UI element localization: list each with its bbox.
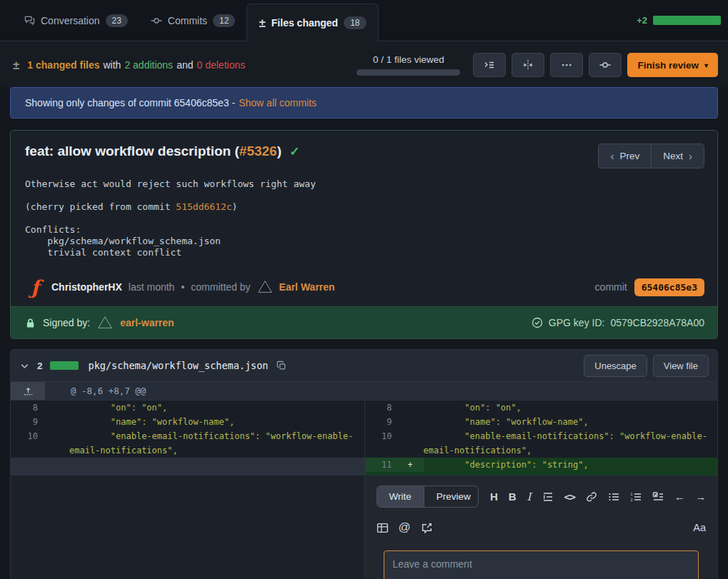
code-text: "name": "workflow-name",	[424, 415, 718, 429]
diff-line-right-9[interactable]: 9 "name": "workflow-name",	[364, 415, 718, 429]
changed-files-summary: ± 1 changed files with 2 additions and 0…	[13, 59, 245, 71]
commit-label: commit	[595, 281, 627, 293]
redo-icon[interactable]: →	[696, 491, 707, 503]
tab-commits[interactable]: Commits 12	[139, 0, 247, 41]
diff-split-toggle-button[interactable]	[512, 53, 544, 77]
line-number[interactable]: 10	[365, 429, 399, 443]
signed-by-label: Signed by:	[43, 317, 90, 328]
comment-input[interactable]	[384, 550, 699, 579]
svg-text:2: 2	[631, 497, 633, 501]
copy-path-icon[interactable]	[276, 361, 286, 371]
ci-success-icon[interactable]: ✓	[289, 145, 299, 158]
diff-icon: ±	[259, 17, 265, 29]
diff-line-right-8[interactable]: 8 "on": "on",	[364, 401, 718, 415]
commit-title-close: )	[277, 144, 281, 158]
cherry-pick-sha-link[interactable]: 515dd6612c	[176, 201, 231, 212]
plain-text-toggle[interactable]: Aa	[693, 522, 706, 533]
conflicts-file: pkg/schema/workflow_schema.json	[25, 236, 703, 247]
commit-select-button[interactable]	[589, 53, 622, 77]
commit-summary-box: feat: allow workflow description (#5326)…	[10, 130, 718, 339]
view-file-button[interactable]: View file	[653, 355, 709, 377]
tab-preview[interactable]: Preview	[424, 486, 479, 507]
toolbar-actions: 0 / 1 files viewed ⋯ Finish review ▾	[356, 53, 718, 77]
commit-picker-icon	[599, 59, 611, 71]
tab-conversation[interactable]: Conversation 23	[13, 0, 139, 41]
pr-diffstat: +2	[637, 0, 728, 41]
show-all-commits-link[interactable]: Show all commits	[239, 97, 316, 109]
commit-title: feat: allow workflow description (#5326)…	[25, 144, 300, 159]
italic-icon[interactable]: I	[527, 490, 532, 503]
diff-line-right-10[interactable]: 10 "enable-email-notifications": "workfl…	[364, 429, 718, 458]
hunk-header-row: @ -8,6 +8,7 @@	[11, 382, 717, 401]
lock-icon	[25, 318, 36, 328]
line-number[interactable]: 10	[11, 429, 45, 443]
code-text: "on": "on",	[69, 401, 364, 415]
cherry-pick-text: (cherry picked from commit	[25, 201, 176, 212]
tab-files-changed-label: Files changed	[271, 17, 338, 29]
tab-commits-label: Commits	[168, 15, 207, 26]
banner-message: Showing only changes of commit 65406c85e…	[25, 97, 235, 109]
diff-line-right-11-added[interactable]: 11+ "description": "string",	[364, 458, 718, 475]
signer-avatar[interactable]	[97, 315, 113, 331]
task-list-icon[interactable]	[652, 491, 664, 503]
comment-row-left-filler	[11, 475, 364, 579]
tab-files-changed[interactable]: ± Files changed 18	[246, 4, 378, 41]
diff-options-button[interactable]: ⋯	[550, 53, 583, 77]
ordered-list-icon[interactable]: 12	[630, 491, 642, 503]
diff-line-left-8[interactable]: 8 "on": "on",	[11, 401, 364, 415]
line-number[interactable]: 9	[365, 415, 399, 429]
heading-icon[interactable]: H	[490, 490, 498, 503]
files-changed-count-badge: 18	[344, 16, 366, 29]
diff-line-left-10[interactable]: 10 "enable-email-notifications": "workfl…	[11, 429, 364, 458]
file-tree-icon	[484, 59, 495, 71]
blockquote-icon[interactable]	[542, 491, 554, 503]
mention-icon[interactable]: @	[399, 520, 411, 535]
issue-ref-link[interactable]: #5326	[239, 144, 277, 158]
committer-name[interactable]: Earl Warren	[279, 281, 335, 293]
line-number[interactable]: 8	[11, 401, 45, 415]
files-viewed-label: 0 / 1 files viewed	[373, 54, 444, 65]
code-text: "description": "string",	[424, 458, 718, 472]
chevron-right-icon: ›	[689, 150, 692, 162]
split-diff-icon	[522, 59, 534, 71]
table-icon[interactable]	[377, 522, 389, 534]
file-tree-toggle-button[interactable]	[473, 53, 506, 77]
expand-hunk-button[interactable]	[11, 382, 45, 400]
line-number[interactable]: 8	[365, 401, 399, 415]
signer-name[interactable]: earl-warren	[120, 317, 174, 328]
finish-review-button[interactable]: Finish review ▾	[627, 53, 718, 77]
author-name[interactable]: ChristopherHX	[51, 281, 122, 293]
collapse-file-icon[interactable]	[19, 361, 30, 371]
diff-line-left-empty	[11, 458, 364, 475]
diff-line-left-9[interactable]: 9 "name": "workflow-name",	[11, 415, 364, 429]
commit-sha-badge[interactable]: 65406c85e3	[634, 278, 704, 296]
code-icon[interactable]: <>	[564, 491, 575, 503]
code-text: "enable-email-notifications": "workflow-…	[69, 429, 364, 458]
tab-write[interactable]: Write	[377, 486, 424, 507]
committed-by-label: committed by	[191, 281, 250, 293]
file-name[interactable]: pkg/schema/workflow_schema.json	[89, 360, 269, 371]
line-number[interactable]: 9	[11, 415, 45, 429]
hunk-header-text: @ -8,6 +8,7 @@	[45, 382, 146, 400]
code-text: "on": "on",	[424, 401, 718, 415]
gpg-key-label: GPG key ID:	[549, 317, 605, 328]
unordered-list-icon[interactable]	[608, 491, 619, 503]
author-avatar[interactable]: ƒ	[25, 277, 45, 297]
commit-title-text: feat: allow workflow description (	[25, 144, 239, 158]
line-number[interactable]: 11	[365, 458, 399, 472]
link-icon[interactable]	[586, 491, 597, 503]
gpg-key-id: 0579CB2928A78A00	[610, 317, 704, 328]
code-text: "enable-email-notifications": "workflow-…	[424, 429, 718, 458]
code-text: "name": "workflow-name",	[69, 415, 364, 429]
file-diffstat-bar	[50, 361, 79, 370]
commit-icon	[151, 15, 162, 26]
reference-icon[interactable]	[421, 522, 433, 534]
prev-commit-button[interactable]: ‹ Prev	[598, 144, 651, 168]
committer-avatar[interactable]	[257, 279, 273, 295]
next-label: Next	[663, 151, 683, 161]
next-commit-button[interactable]: Next ›	[651, 144, 704, 168]
bold-icon[interactable]: B	[509, 490, 517, 503]
undo-icon[interactable]: ←	[674, 491, 685, 503]
chevron-left-icon: ‹	[610, 150, 614, 162]
unescape-button[interactable]: Unescape	[584, 355, 647, 377]
